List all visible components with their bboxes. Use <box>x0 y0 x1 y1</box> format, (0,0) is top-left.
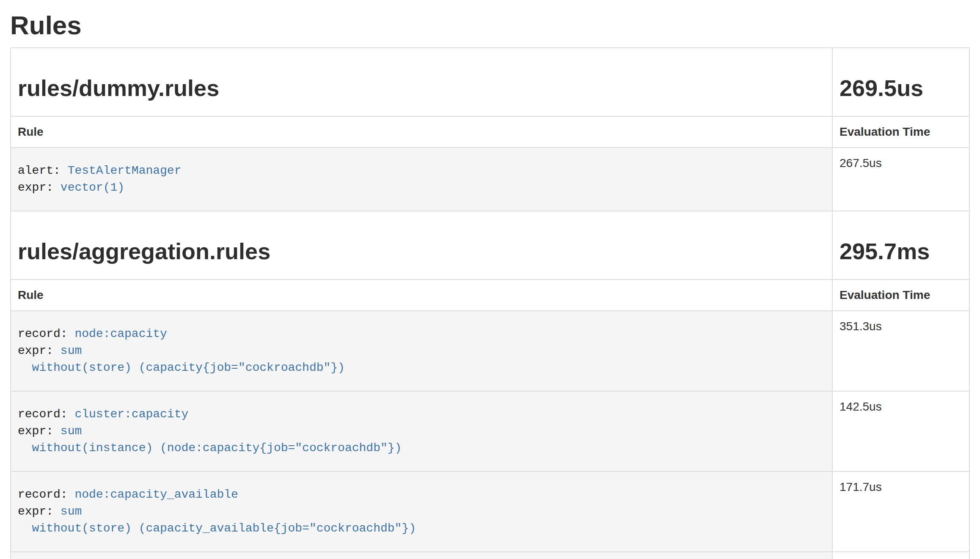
group-header-row: rules/aggregation.rules295.7ms <box>11 211 969 280</box>
group-name: rules/aggregation.rules <box>18 238 825 264</box>
rule-link[interactable]: node:capacity <box>74 327 167 340</box>
page-title: Rules <box>10 10 970 41</box>
rule-link[interactable]: sum <box>61 425 82 438</box>
group-name-cell: rules/aggregation.rules <box>11 211 832 280</box>
rule-link[interactable]: sum <box>61 505 82 518</box>
yaml-key: record: <box>18 408 74 421</box>
rule-code-cell: record: cluster:capacity_available expr:… <box>11 552 832 559</box>
eval-time-column-header: Evaluation Time <box>832 116 969 148</box>
yaml-key: expr: <box>18 505 61 518</box>
group-eval-time-cell: 295.7ms <box>832 211 969 280</box>
rule-row: alert: TestAlertManager expr: vector(1)2… <box>11 148 969 211</box>
rule-row: record: node:capacity expr: sum without(… <box>11 311 969 391</box>
rule-link[interactable]: cluster:capacity <box>74 408 188 421</box>
rule-code: record: cluster:capacity expr: sum witho… <box>18 398 825 464</box>
rule-eval-time: 140.5us <box>832 552 969 559</box>
yaml-key: expr: <box>18 425 61 438</box>
yaml-key: record: <box>18 488 74 501</box>
rule-code: alert: TestAlertManager expr: vector(1) <box>18 155 825 204</box>
yaml-key: expr: <box>18 344 61 357</box>
group-eval-time-cell: 269.5us <box>832 48 969 116</box>
yaml-key: record: <box>18 327 74 340</box>
rule-link[interactable]: vector(1) <box>61 181 124 194</box>
rule-link[interactable]: node:capacity_available <box>74 488 238 501</box>
page-container: Rules rules/dummy.rules269.5usRuleEvalua… <box>0 10 980 559</box>
column-header-row: RuleEvaluation Time <box>11 280 969 311</box>
rule-row: record: node:capacity_available expr: su… <box>11 471 969 552</box>
rule-code: record: node:capacity_available expr: su… <box>18 479 825 545</box>
rule-row: record: cluster:capacity expr: sum witho… <box>11 391 969 471</box>
column-header-row: RuleEvaluation Time <box>11 116 969 148</box>
rule-column-header: Rule <box>11 280 832 311</box>
rule-code-cell: record: cluster:capacity expr: sum witho… <box>11 391 832 471</box>
rule-link[interactable]: sum <box>61 344 82 357</box>
group-eval-time: 269.5us <box>840 75 962 101</box>
rule-link[interactable]: TestAlertManager <box>68 164 182 177</box>
yaml-key: alert: <box>18 164 68 177</box>
rule-eval-time: 142.5us <box>832 391 969 471</box>
rule-column-header: Rule <box>11 116 832 148</box>
rule-code-cell: record: node:capacity_available expr: su… <box>11 471 832 552</box>
rule-code: record: node:capacity expr: sum without(… <box>18 318 825 384</box>
rules-table: rules/dummy.rules269.5usRuleEvaluation T… <box>10 47 970 559</box>
rule-eval-time: 171.7us <box>832 471 969 552</box>
rule-link[interactable]: without(instance) (node:capacity{job="co… <box>18 441 402 455</box>
rule-eval-time: 351.3us <box>832 311 969 391</box>
group-eval-time: 295.7ms <box>840 238 962 264</box>
yaml-key: expr: <box>18 181 61 194</box>
group-name-cell: rules/dummy.rules <box>11 48 832 116</box>
group-header-row: rules/dummy.rules269.5us <box>11 48 969 116</box>
rule-link[interactable]: without(store) (capacity_available{job="… <box>18 522 416 535</box>
rule-code-cell: record: node:capacity expr: sum without(… <box>11 311 832 391</box>
rule-code-cell: alert: TestAlertManager expr: vector(1) <box>11 148 832 211</box>
rule-row: record: cluster:capacity_available expr:… <box>11 552 969 559</box>
rules-table-body: rules/dummy.rules269.5usRuleEvaluation T… <box>11 48 969 559</box>
group-name: rules/dummy.rules <box>18 75 825 101</box>
rule-link[interactable]: without(store) (capacity{job="cockroachd… <box>18 361 345 374</box>
rule-eval-time: 267.5us <box>832 148 969 211</box>
eval-time-column-header: Evaluation Time <box>832 280 969 311</box>
